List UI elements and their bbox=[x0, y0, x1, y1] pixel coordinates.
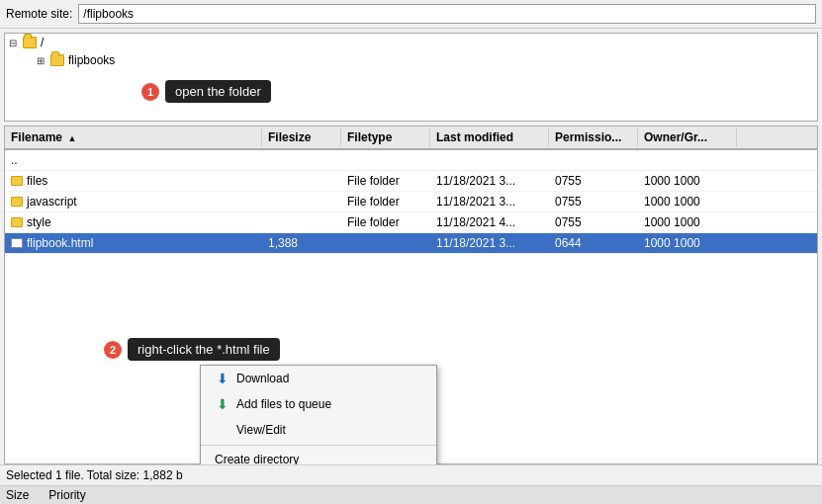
file-name-cell: files bbox=[5, 172, 262, 190]
file-list-body: .. files File folder 11/18/2 bbox=[5, 150, 817, 254]
file-name-cell: flipbook.html bbox=[5, 234, 262, 252]
child-expand-icon[interactable]: ⊞ bbox=[37, 55, 46, 66]
right-click-annotation: 2 right-click the *.html file bbox=[104, 338, 280, 361]
file-name: flipbook.html bbox=[27, 236, 93, 250]
context-menu: ⬇ Download ⬇ Add files to queue View/Edi… bbox=[200, 365, 437, 464]
open-folder-tooltip: open the folder bbox=[165, 80, 271, 103]
view-edit-icon bbox=[215, 422, 230, 438]
menu-item-view-edit[interactable]: View/Edit bbox=[201, 417, 436, 443]
table-row[interactable]: style File folder 11/18/2021 4... 0755 1… bbox=[5, 212, 817, 233]
menu-item-download[interactable]: ⬇ Download bbox=[201, 366, 436, 391]
table-row[interactable]: .. bbox=[5, 150, 817, 171]
root-folder-icon bbox=[23, 37, 37, 48]
bottom-col1: Size bbox=[6, 488, 29, 502]
remote-site-label: Remote site: bbox=[6, 7, 72, 21]
table-row[interactable]: files File folder 11/18/2021 3... 0755 1… bbox=[5, 171, 817, 192]
badge-2: 2 bbox=[104, 341, 122, 359]
col-filetype[interactable]: Filetype bbox=[341, 128, 430, 146]
menu-label: Create directory bbox=[215, 453, 299, 464]
bottom-col2: Priority bbox=[48, 488, 85, 502]
middle-section: Filename ▲ Filesize Filetype Last modifi… bbox=[0, 126, 822, 464]
col-owner[interactable]: Owner/Gr... bbox=[638, 128, 737, 146]
menu-item-create-dir[interactable]: Create directory bbox=[201, 448, 436, 464]
status-text: Selected 1 file. Total size: 1,882 b bbox=[6, 468, 183, 482]
dotdot-label: .. bbox=[11, 153, 18, 167]
folder-icon bbox=[11, 197, 23, 207]
right-click-tooltip: right-click the *.html file bbox=[128, 338, 280, 361]
child-label: flipbooks bbox=[68, 53, 115, 67]
tree-root-row[interactable]: ⊟ / bbox=[5, 34, 817, 51]
open-folder-annotation: 1 open the folder bbox=[141, 80, 271, 103]
file-list-header: Filename ▲ Filesize Filetype Last modifi… bbox=[5, 126, 817, 150]
file-name-cell: javascript bbox=[5, 193, 262, 210]
remote-site-bar: Remote site: bbox=[0, 0, 822, 29]
menu-label: Add files to queue bbox=[236, 397, 331, 411]
bottom-bar: Size Priority bbox=[0, 485, 822, 504]
html-file-icon bbox=[11, 238, 23, 248]
menu-label: View/Edit bbox=[236, 423, 286, 437]
file-name: style bbox=[27, 215, 51, 229]
col-lastmod[interactable]: Last modified bbox=[430, 128, 549, 146]
remote-site-input[interactable] bbox=[78, 4, 816, 24]
menu-item-add-queue[interactable]: ⬇ Add files to queue bbox=[201, 391, 436, 417]
child-folder-icon bbox=[50, 54, 64, 66]
col-filesize[interactable]: Filesize bbox=[262, 128, 341, 146]
sort-arrow: ▲ bbox=[67, 133, 76, 143]
main-container: Remote site: ⊟ / ⊞ flipbooks 1 open the … bbox=[0, 0, 822, 504]
queue-icon: ⬇ bbox=[215, 396, 230, 412]
status-bar: Selected 1 file. Total size: 1,882 b bbox=[0, 464, 822, 485]
folder-icon bbox=[11, 176, 23, 186]
table-row[interactable]: javascript File folder 11/18/2021 3... 0… bbox=[5, 192, 817, 212]
table-row[interactable]: flipbook.html 1,388 11/18/2021 3... 0644… bbox=[5, 233, 817, 254]
col-perm[interactable]: Permissio... bbox=[549, 128, 638, 146]
file-name-cell: .. bbox=[5, 151, 262, 169]
badge-1: 1 bbox=[141, 83, 159, 101]
folder-icon bbox=[11, 217, 23, 227]
file-name: javascript bbox=[27, 195, 77, 209]
menu-separator bbox=[201, 445, 436, 446]
file-name: files bbox=[27, 174, 47, 188]
col-filename[interactable]: Filename ▲ bbox=[5, 128, 262, 146]
tree-panel: ⊟ / ⊞ flipbooks 1 open the folder bbox=[4, 33, 818, 122]
expand-icon[interactable]: ⊟ bbox=[9, 38, 19, 48]
tree-child-row[interactable]: ⊞ flipbooks bbox=[5, 51, 817, 69]
menu-label: Download bbox=[236, 372, 289, 385]
root-label: / bbox=[41, 36, 44, 49]
file-name-cell: style bbox=[5, 213, 262, 231]
download-icon: ⬇ bbox=[215, 371, 230, 386]
